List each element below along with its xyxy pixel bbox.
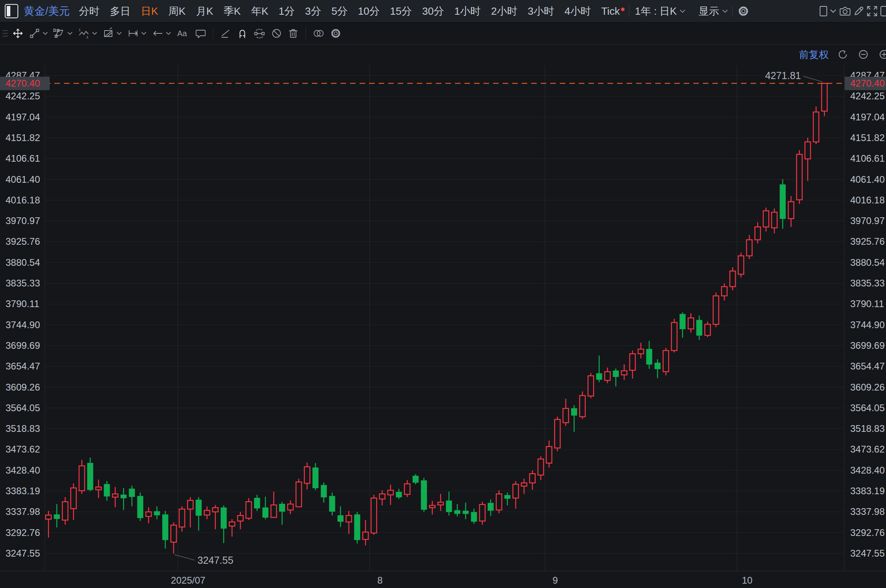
price-label: 3383.19 (850, 486, 885, 496)
candle-body (747, 240, 752, 256)
last-price-badge-right: 4270.40 (845, 77, 886, 90)
high-annotation-leader (803, 76, 823, 82)
candle-body (638, 349, 644, 354)
candle-body (363, 532, 368, 540)
price-label: 4197.04 (850, 112, 885, 122)
reset-zoom-icon[interactable] (836, 48, 849, 61)
price-label: 3654.47 (6, 361, 40, 371)
price-label: 3292.76 (6, 528, 40, 538)
price-label: 3428.40 (850, 465, 885, 476)
candle-body (129, 489, 135, 497)
candle-body (429, 505, 435, 508)
candle-body (137, 496, 143, 518)
candle-body (663, 350, 669, 371)
candle-body (571, 408, 577, 415)
time-label: 9 (553, 575, 558, 586)
candle-body (279, 504, 285, 512)
last-price-badge-left: 4270.40 (0, 77, 50, 90)
candle-body (788, 201, 794, 219)
adjust-mode-button[interactable]: 前复权 (799, 48, 829, 61)
price-label: 3654.47 (850, 361, 885, 371)
price-label: 3925.76 (6, 236, 40, 247)
price-label: 3247.55 (6, 548, 40, 559)
candle-body (46, 515, 51, 519)
price-label: 4151.82 (850, 133, 885, 143)
candle-body (530, 474, 535, 483)
candle-body (780, 185, 785, 219)
candle-body (563, 408, 569, 423)
price-label: 3473.62 (850, 444, 885, 455)
candle-body (421, 481, 427, 510)
candle-body (154, 511, 160, 515)
candle-body (538, 459, 544, 475)
candle-body (722, 286, 727, 296)
price-label: 4016.18 (6, 195, 40, 205)
candle-body (797, 154, 802, 200)
candle-body (738, 256, 744, 274)
candle-body (246, 502, 251, 518)
candle-body (296, 482, 302, 507)
price-label: 3835.33 (850, 278, 885, 288)
price-label: 3790.11 (850, 299, 884, 309)
candle-body (238, 516, 243, 521)
zoom-in-icon[interactable] (877, 48, 886, 61)
candle-body (580, 396, 585, 417)
price-label: 3699.69 (6, 340, 40, 351)
candle-body (546, 447, 552, 463)
price-label: 4016.18 (850, 195, 885, 205)
candle-body (104, 484, 110, 496)
candle-body (354, 514, 360, 540)
candle-body (221, 508, 226, 528)
candle-body (263, 508, 268, 517)
candle-body (763, 211, 769, 227)
candle-body (705, 324, 710, 335)
candle-body (396, 492, 402, 497)
low-annotation: 3247.55 (197, 555, 233, 566)
candle-body (588, 376, 594, 396)
candle-body (463, 511, 468, 514)
candle-body (254, 498, 260, 508)
candle-body (313, 468, 318, 488)
zoom-out-icon[interactable] (857, 48, 870, 61)
price-label: 3292.76 (850, 528, 885, 538)
price-label: 3970.97 (850, 216, 885, 226)
candle-body (321, 485, 327, 497)
price-label: 3880.54 (6, 257, 40, 268)
price-label: 3609.26 (6, 382, 40, 393)
candle-body (271, 505, 277, 517)
candle-body (488, 503, 493, 511)
candle-body (338, 516, 343, 522)
price-label: 3925.76 (850, 236, 885, 247)
candle-body (822, 83, 827, 111)
price-label: 3428.40 (6, 465, 40, 476)
candle-body (621, 371, 627, 375)
candle-body (613, 371, 619, 377)
price-label: 3518.83 (6, 424, 40, 434)
price-label: 3473.62 (6, 444, 40, 455)
candle-body (471, 512, 477, 521)
candle-body (146, 512, 151, 516)
candle-body (404, 484, 410, 495)
candle-body (496, 494, 502, 510)
candle-body (171, 525, 176, 542)
candle-body (680, 314, 685, 329)
candle-body (162, 514, 168, 540)
price-label: 3337.98 (850, 507, 885, 517)
candle-body (62, 502, 68, 520)
price-label: 3247.55 (850, 548, 885, 559)
candle-body (755, 227, 760, 240)
candle-body (54, 514, 60, 518)
chart-canvas[interactable]: 4271.813247.55 (0, 0, 886, 588)
candle-body (413, 476, 418, 482)
candle-body (555, 420, 560, 448)
candle-body (505, 495, 510, 499)
price-label: 3699.69 (850, 340, 885, 351)
candle-body (521, 483, 527, 486)
candle-body (655, 363, 660, 369)
candle-body (772, 212, 777, 228)
price-label: 3744.90 (6, 320, 40, 330)
price-label: 3790.11 (6, 299, 39, 309)
candle-body (646, 349, 652, 364)
candle-body (213, 508, 218, 512)
candle-body (346, 516, 352, 522)
